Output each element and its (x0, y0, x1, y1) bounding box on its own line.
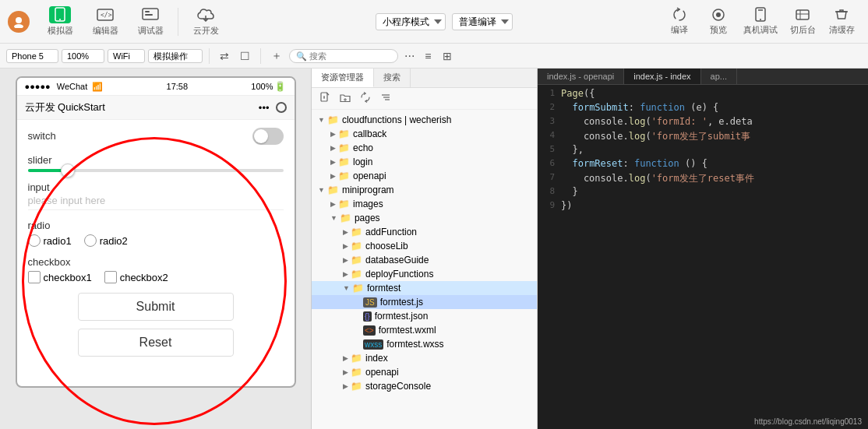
arrow-cloudfunctions[interactable]: ▼ (318, 116, 325, 124)
device-select[interactable]: Phone 5 (6, 49, 58, 63)
sort-icon[interactable]: ≡ (421, 48, 435, 64)
arrow-chooseLib[interactable]: ▶ (343, 242, 348, 250)
zoom-select[interactable]: 100% (62, 49, 104, 63)
avatar (8, 11, 30, 33)
folder-icon-login: 📁 (338, 156, 350, 167)
filetree-tabs: 资源管理器 搜索 (312, 69, 537, 88)
arrow-miniprogram[interactable]: ▼ (318, 186, 325, 194)
record-icon[interactable] (276, 102, 287, 113)
code-tab-ap[interactable]: ap... (701, 69, 737, 84)
ft-item-pages[interactable]: ▼ 📁 pages (312, 211, 537, 225)
ft-item-callback[interactable]: ▶ 📁 callback (312, 127, 537, 141)
checkbox-box-2 (104, 271, 117, 283)
code-tab-openapi[interactable]: index.js - openapi (538, 69, 624, 84)
filetree-tab-search[interactable]: 搜索 (374, 69, 411, 87)
ft-item-chooseLib[interactable]: ▶ 📁 chooseLib (312, 239, 537, 253)
simulator-button[interactable]: 模拟器 (39, 2, 81, 41)
editor-button[interactable]: </> 编辑器 (84, 2, 126, 41)
arrow-pages[interactable]: ▼ (330, 214, 337, 222)
arrow-addFunction[interactable]: ▶ (343, 228, 348, 236)
switch-toggle[interactable] (252, 128, 284, 145)
clear-button[interactable]: 清缓存 (823, 2, 860, 41)
code-editor[interactable]: 1 Page({ 2 formSubmit: function (e) { 3 … (538, 85, 868, 429)
refresh-button[interactable]: 编译 (661, 2, 698, 41)
ft-item-storageConsole[interactable]: ▶ 📁 storageConsole (312, 379, 537, 393)
real-device-button[interactable]: 真机调试 (739, 2, 782, 41)
arrow-openapi2[interactable]: ▶ (343, 368, 348, 376)
collapse-button[interactable] (377, 90, 394, 107)
ft-item-miniprogram[interactable]: ▼ 📁 miniprogram (312, 183, 537, 197)
arrow-deployFunctions[interactable]: ▶ (343, 270, 348, 278)
ft-item-formtest[interactable]: ▼ 📁 formtest (312, 281, 537, 295)
arrow-databaseGuide[interactable]: ▶ (343, 256, 348, 264)
js-icon-formtest: JS (363, 297, 377, 308)
ft-item-index[interactable]: ▶ 📁 index (312, 351, 537, 365)
reset-button[interactable]: Reset (78, 329, 234, 357)
arrow-openapi[interactable]: ▶ (330, 172, 336, 180)
svg-rect-15 (796, 10, 809, 19)
ft-name-formtest-wxss: formtest.wxss (386, 339, 443, 350)
ft-item-cloudfunctions[interactable]: ▼ 📁 cloudfunctions | wecherish (312, 113, 537, 127)
simulator-label: 模拟器 (48, 25, 73, 37)
ft-item-openapi2[interactable]: ▶ 📁 openapi (312, 365, 537, 379)
arrow-storageConsole[interactable]: ▶ (343, 382, 348, 390)
ft-name-miniprogram: miniprogram (342, 185, 394, 195)
arrow-echo[interactable]: ▶ (330, 144, 336, 152)
ft-item-echo[interactable]: ▶ 📁 echo (312, 141, 537, 155)
submit-button[interactable]: Submit (78, 293, 234, 321)
ft-item-formtest-wxml[interactable]: <> formtest.wxml (312, 323, 537, 337)
new-file-button[interactable] (316, 90, 333, 107)
arrow-callback[interactable]: ▶ (330, 130, 336, 138)
ft-item-openapi[interactable]: ▶ 📁 openapi (312, 169, 537, 183)
ft-item-databaseGuide[interactable]: ▶ 📁 databaseGuide (312, 253, 537, 267)
ft-item-images[interactable]: ▶ 📁 images (312, 197, 537, 211)
radio1-label: radio1 (44, 235, 72, 247)
ft-item-deployFunctions[interactable]: ▶ 📁 deployFunctions (312, 267, 537, 281)
ft-name-formtest-js: formtest.js (380, 297, 423, 308)
cloud-button[interactable]: 云开发 (185, 2, 227, 41)
refresh-tree-button[interactable] (357, 90, 374, 107)
radio-circle-2 (84, 234, 97, 247)
ft-name-cloudfunctions: cloudfunctions | wecherish (342, 114, 452, 125)
slider-row: slider (28, 154, 284, 172)
arrow-index[interactable]: ▶ (343, 354, 348, 362)
arrow-login[interactable]: ▶ (330, 158, 336, 166)
checkbox-option-2[interactable]: checkbox2 (104, 271, 168, 283)
rotate-icon[interactable]: ⇄ (216, 48, 233, 64)
folder-icon-deployFunctions: 📁 (351, 269, 362, 280)
radio-row: radio radio1 radio2 (28, 220, 284, 247)
slider-track[interactable] (28, 169, 284, 172)
compile-select[interactable]: 普通编译 (452, 13, 513, 30)
ft-item-login[interactable]: ▶ 📁 login (312, 155, 537, 169)
new-folder-button[interactable] (337, 91, 354, 107)
more-dots-icon[interactable]: ••• (259, 102, 270, 114)
preview-button[interactable]: 预览 (700, 2, 737, 41)
radio-option-2[interactable]: radio2 (84, 234, 128, 247)
debugger-button[interactable]: 调试器 (129, 2, 171, 41)
more-icon[interactable]: ··· (401, 47, 418, 65)
ft-item-formtest-wxss[interactable]: wxss formtest.wxss (312, 337, 537, 351)
search-input[interactable] (289, 49, 398, 63)
ft-item-addFunction[interactable]: ▶ 📁 addFunction (312, 225, 537, 239)
fullscreen-icon[interactable]: ☐ (236, 48, 254, 64)
filetree-tab-explorer[interactable]: 资源管理器 (312, 69, 374, 87)
code-tab-index[interactable]: index.js - index (624, 69, 700, 84)
checkbox-option-1[interactable]: checkbox1 (28, 271, 92, 283)
arrow-images[interactable]: ▶ (330, 200, 336, 208)
ft-item-formtest-js[interactable]: JS formtest.js (312, 295, 537, 309)
action-select[interactable]: 模拟操作 (148, 49, 203, 63)
cloud-label: 云开发 (193, 25, 219, 37)
radio2-label: radio2 (100, 235, 128, 247)
mode-select[interactable]: 小程序模式 (376, 13, 446, 30)
arrow-formtest[interactable]: ▼ (343, 284, 350, 292)
switch-label: switch (28, 130, 252, 142)
split-icon[interactable]: ⊞ (439, 48, 456, 64)
slider-thumb[interactable] (61, 164, 75, 178)
radio-option-1[interactable]: radio1 (28, 234, 72, 247)
input-placeholder[interactable]: please input here (28, 195, 284, 210)
ft-item-formtest-json[interactable]: {} formtest.json (312, 309, 537, 323)
backend-button[interactable]: 切后台 (784, 2, 821, 41)
add-icon[interactable]: ＋ (267, 47, 286, 65)
code-line-7: 7 console.log('form发生了reset事件 (538, 172, 868, 186)
network-select[interactable]: WiFi (108, 49, 145, 63)
